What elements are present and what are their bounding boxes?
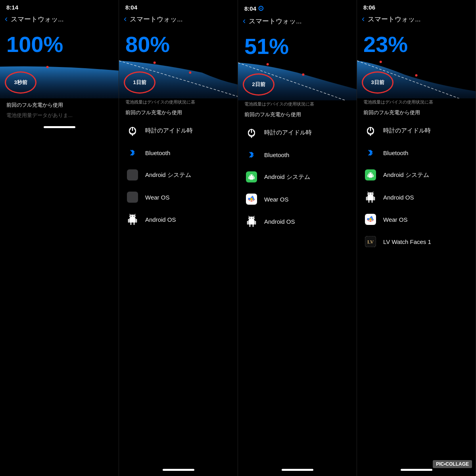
battery-chart: 1日前 — [119, 59, 238, 98]
svg-point-20 — [267, 63, 269, 65]
nav-bar: ‹ スマートウォッ... — [238, 14, 357, 29]
svg-point-2 — [154, 61, 156, 64]
svg-point-51 — [371, 173, 372, 174]
svg-point-28 — [252, 175, 253, 176]
time-label: 1日前 — [133, 79, 146, 86]
app-list: 時計のアイドル時 Bluetooth Android システム Android … — [357, 118, 476, 465]
nav-title: スマートウォッ... — [130, 15, 182, 24]
time-label: 2日前 — [252, 81, 265, 88]
svg-point-50 — [369, 173, 370, 174]
time-annotation: 3秒前 — [5, 71, 36, 94]
back-button[interactable]: ‹ — [362, 14, 365, 24]
app-list: 時計のアイドル時 Bluetooth Android システム Wear OS … — [119, 118, 238, 465]
lv-icon: LV — [363, 234, 378, 249]
list-item[interactable]: 時計のアイドル時 — [238, 121, 357, 144]
battery-chart: 2日前 — [238, 61, 357, 100]
svg-point-12 — [133, 216, 134, 217]
list-item[interactable]: 時計のアイドル時 — [357, 119, 476, 142]
list-item[interactable]: Android OS — [119, 208, 238, 230]
android-sys-green-icon — [244, 170, 259, 184]
list-item[interactable]: Bluetooth — [238, 144, 357, 166]
panel-3: 8:04⊙ ‹ スマートウォッ... 51% 2日前電池残量はデバイスの使用状況… — [238, 0, 357, 476]
status-bar: 8:14 — [0, 0, 119, 12]
svg-text:LV: LV — [367, 239, 374, 245]
battery-chart: 3秒前 — [0, 59, 119, 98]
battery-percentage: 51% — [238, 29, 357, 61]
list-item[interactable]: Android OS — [357, 186, 476, 208]
list-item[interactable]: Wear OS — [357, 208, 476, 230]
status-bar: 8:04 — [119, 0, 238, 12]
list-item[interactable]: LV LV Watch Faces 1 — [357, 230, 476, 253]
status-bar: 8:06 — [357, 0, 476, 12]
app-name: Bluetooth — [145, 150, 170, 156]
battery-note: 電池残量はデバイスの使用状況に基 — [357, 98, 476, 106]
svg-line-40 — [249, 216, 250, 217]
home-indicator — [401, 469, 432, 471]
svg-point-24 — [251, 137, 252, 138]
app-name: Android OS — [264, 218, 295, 225]
time: 8:04 — [244, 5, 256, 12]
battery-chart: 3日前 — [357, 59, 476, 98]
android-os-icon — [244, 214, 259, 228]
svg-point-35 — [252, 218, 253, 219]
list-item[interactable]: Android システム — [238, 166, 357, 188]
nav-bar: ‹ スマートウォッ... — [357, 12, 476, 27]
section-label: 前回のフル充電から使用 — [119, 106, 238, 118]
android-sys-green-icon — [363, 168, 378, 182]
svg-point-11 — [131, 216, 131, 217]
home-indicator — [44, 126, 75, 128]
app-name: Android OS — [383, 194, 414, 201]
list-item[interactable]: Android システム — [357, 164, 476, 186]
android-os-icon — [125, 212, 140, 226]
svg-point-6 — [132, 135, 133, 136]
nav-bar: ‹ スマートウォッ... — [119, 12, 238, 27]
wear-os-gray-icon — [125, 190, 140, 204]
android-sys-gray-icon — [125, 168, 140, 182]
home-indicator — [282, 469, 313, 471]
svg-point-56 — [371, 194, 372, 194]
svg-point-32 — [250, 198, 253, 200]
svg-point-27 — [250, 175, 251, 176]
time-label: 3秒前 — [14, 79, 27, 86]
section-label: 前回のフル充電から使用 — [357, 106, 476, 118]
list-item[interactable]: Bluetooth — [357, 142, 476, 164]
home-indicator — [163, 469, 194, 471]
power-icon — [363, 123, 378, 138]
wear-os-color-icon — [363, 212, 378, 226]
nav-title: スマートウォッ... — [368, 15, 420, 24]
app-name: Wear OS — [383, 216, 407, 223]
svg-point-44 — [415, 74, 418, 77]
section-label: 前回のフル充電から使用 — [0, 98, 119, 110]
panel-2: 8:04 ‹ スマートウォッ... 80% 1日前電池残量はデバイスの使用状況に… — [119, 0, 238, 476]
no-data-text: 電池使用量データがありま... — [0, 110, 119, 122]
time-annotation: 1日前 — [124, 71, 155, 94]
nav-bar: ‹ スマートウォッ... — [0, 12, 119, 27]
list-item[interactable]: 時計のアイドル時 — [119, 119, 238, 142]
list-item[interactable]: Android OS — [238, 210, 357, 232]
app-name: Android システム — [383, 171, 429, 179]
app-name: Android システム — [145, 171, 191, 179]
svg-line-18 — [134, 214, 135, 215]
bluetooth-icon — [244, 148, 259, 162]
svg-point-34 — [250, 218, 250, 219]
section-label: 前回のフル充電から使用 — [238, 108, 357, 120]
svg-line-17 — [130, 214, 131, 215]
list-item[interactable]: Wear OS — [119, 186, 238, 208]
app-name: 時計のアイドル時 — [383, 127, 431, 134]
list-item[interactable]: Bluetooth — [119, 142, 238, 164]
list-item[interactable]: Wear OS — [238, 188, 357, 210]
app-name: Wear OS — [145, 194, 169, 201]
location-icon: ⊙ — [258, 4, 264, 13]
svg-rect-9 — [127, 192, 138, 203]
app-name: Android OS — [145, 216, 176, 223]
battery-percentage: 23% — [357, 27, 476, 59]
back-button[interactable]: ‹ — [5, 14, 8, 24]
app-list: 時計のアイドル時 Bluetooth Android システム Wear OS … — [238, 120, 357, 465]
svg-point-47 — [370, 135, 371, 136]
back-button[interactable]: ‹ — [243, 16, 246, 26]
time-annotation: 3日前 — [362, 71, 393, 94]
svg-point-3 — [189, 71, 191, 74]
svg-point-43 — [380, 61, 382, 63]
list-item[interactable]: Android システム — [119, 164, 238, 186]
back-button[interactable]: ‹ — [124, 14, 127, 24]
